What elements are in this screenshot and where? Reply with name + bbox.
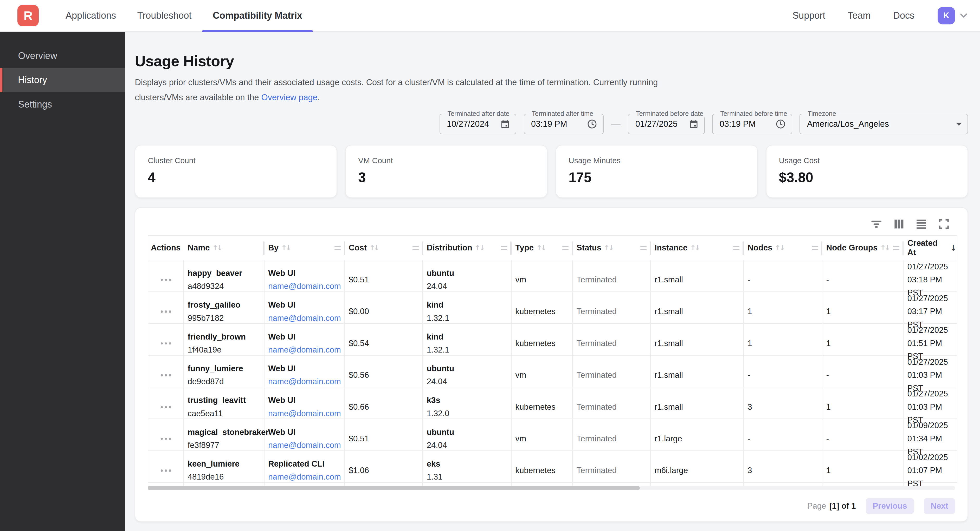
column-header-by[interactable]: By↑↓ xyxy=(264,236,345,260)
tab-applications[interactable]: Applications xyxy=(55,0,127,31)
avatar[interactable]: K xyxy=(938,7,955,24)
column-menu-icon[interactable] xyxy=(812,246,818,250)
cluster-id: 995b7182 xyxy=(188,312,264,325)
clock-icon[interactable] xyxy=(587,119,597,129)
horizontal-scrollbar-thumb[interactable] xyxy=(148,486,640,490)
column-menu-icon[interactable] xyxy=(733,246,740,250)
sort-icon[interactable]: ↑↓ xyxy=(604,244,613,252)
clock-icon[interactable] xyxy=(775,119,786,129)
table-toolbar xyxy=(135,208,967,234)
previous-page-button[interactable]: Previous xyxy=(866,498,914,514)
distribution-name: kind xyxy=(427,298,511,311)
created-by-email-link[interactable]: name@domain.com xyxy=(268,407,344,420)
type-value: kubernetes xyxy=(515,305,573,318)
terminated-after-time-value[interactable]: 03:19 PM xyxy=(531,119,583,129)
column-header-instance[interactable]: Instance↑↓ xyxy=(651,236,744,260)
sort-icon[interactable]: ↑↓ xyxy=(475,244,484,252)
row-actions-button[interactable] xyxy=(157,371,175,380)
column-header-nodes[interactable]: Nodes↑↓ xyxy=(744,236,822,260)
column-menu-icon[interactable] xyxy=(562,246,568,250)
column-menu-icon[interactable] xyxy=(893,246,899,250)
column-header-created-at[interactable]: Created At↓ xyxy=(904,236,956,260)
table-row[interactable]: friendly_brown 1f40a19e Web UI name@doma… xyxy=(148,324,957,355)
column-menu-icon[interactable] xyxy=(412,246,419,250)
tab-compatibility-matrix[interactable]: Compatibility Matrix xyxy=(202,0,313,31)
created-by-email-link[interactable]: name@domain.com xyxy=(268,471,344,483)
status-badge: Terminated xyxy=(577,401,651,414)
calendar-icon[interactable] xyxy=(689,119,698,129)
row-actions-button[interactable] xyxy=(157,402,175,412)
overview-page-link[interactable]: Overview page xyxy=(261,93,318,102)
row-actions-button[interactable] xyxy=(157,307,175,316)
columns-icon[interactable] xyxy=(892,218,905,230)
created-by-email-link[interactable]: name@domain.com xyxy=(268,439,344,452)
dropdown-caret-icon[interactable] xyxy=(956,123,962,126)
chevron-down-icon[interactable] xyxy=(960,13,967,18)
sort-icon[interactable]: ↑↓ xyxy=(775,244,784,252)
terminated-before-time-field[interactable]: Terminated before time 03:19 PM xyxy=(712,114,792,134)
row-actions-button[interactable] xyxy=(157,339,175,348)
sort-desc-icon[interactable]: ↓ xyxy=(950,243,956,252)
stat-usage-minutes: Usage Minutes 175 xyxy=(555,145,758,198)
column-label: Type xyxy=(515,243,534,252)
type-value: kubernetes xyxy=(515,464,573,477)
team-link[interactable]: Team xyxy=(848,10,871,21)
created-date: 01/02/2025 xyxy=(907,451,957,464)
column-menu-icon[interactable] xyxy=(334,246,341,250)
sort-icon[interactable]: ↑↓ xyxy=(212,244,221,252)
column-header-type[interactable]: Type↑↓ xyxy=(512,236,573,260)
terminated-after-date-value[interactable]: 10/27/2024 xyxy=(447,119,496,129)
created-by-email-link[interactable]: name@domain.com xyxy=(268,280,344,293)
fullscreen-icon[interactable] xyxy=(938,218,950,230)
horizontal-scrollbar-track[interactable] xyxy=(148,486,955,490)
table-row[interactable]: happy_beaver a48d9324 Web UI name@domain… xyxy=(148,260,957,292)
column-header-status[interactable]: Status↑↓ xyxy=(573,236,651,260)
sidebar-item-overview[interactable]: Overview xyxy=(0,44,125,68)
column-header-cost[interactable]: Cost↑↓ xyxy=(345,236,423,260)
created-by-email-link[interactable]: name@domain.com xyxy=(268,312,344,325)
sort-icon[interactable]: ↑↓ xyxy=(690,244,699,252)
timezone-select[interactable]: Timezone America/Los_Angeles xyxy=(800,114,968,134)
created-by-email-link[interactable]: name@domain.com xyxy=(268,375,344,388)
status-badge: Terminated xyxy=(577,305,651,318)
terminated-before-date-field[interactable]: Terminated before date 01/27/2025 xyxy=(628,114,705,134)
column-header-actions: Actions xyxy=(148,236,184,260)
docs-link[interactable]: Docs xyxy=(893,10,915,21)
column-menu-icon[interactable] xyxy=(501,246,507,250)
row-actions-button[interactable] xyxy=(157,434,175,444)
cluster-id: a48d9324 xyxy=(188,280,264,293)
timezone-value[interactable]: America/Los_Angeles xyxy=(807,119,952,129)
sort-icon[interactable]: ↑↓ xyxy=(536,244,546,252)
support-link[interactable]: Support xyxy=(792,10,825,21)
column-header-node-groups[interactable]: Node Groups↑↓ xyxy=(822,236,904,260)
table-row[interactable]: keen_lumiere 4819de16 Replicated CLI nam… xyxy=(148,451,957,483)
table-row[interactable]: magical_stonebraker fe3f8977 Web UI name… xyxy=(148,419,957,451)
distribution-version: 24.04 xyxy=(427,280,511,293)
column-header-distribution[interactable]: Distribution↑↓ xyxy=(423,236,512,260)
terminated-before-time-value[interactable]: 03:19 PM xyxy=(720,119,772,129)
cell-actions xyxy=(148,451,184,490)
table-row[interactable]: funny_lumiere de9ed87d Web UI name@domai… xyxy=(148,356,957,387)
density-icon[interactable] xyxy=(915,218,928,230)
table-row[interactable]: frosty_galileo 995b7182 Web UI name@doma… xyxy=(148,292,957,324)
row-actions-button[interactable] xyxy=(157,466,175,476)
filter-icon[interactable] xyxy=(870,218,883,230)
terminated-before-date-value[interactable]: 01/27/2025 xyxy=(635,119,685,129)
sort-icon[interactable]: ↑↓ xyxy=(369,244,379,252)
terminated-after-date-field[interactable]: Terminated after date 10/27/2024 xyxy=(439,114,516,134)
terminated-after-time-field[interactable]: Terminated after time 03:19 PM xyxy=(524,114,604,134)
page-value: [1] of 1 xyxy=(829,501,856,511)
table-row[interactable]: trusting_leavitt cae5ea11 Web UI name@do… xyxy=(148,387,957,419)
sidebar-item-history[interactable]: History xyxy=(0,68,125,92)
sort-icon[interactable]: ↑↓ xyxy=(281,244,290,252)
sidebar-item-settings[interactable]: Settings xyxy=(0,92,125,117)
column-header-name[interactable]: Name↑↓ xyxy=(184,236,264,260)
next-page-button[interactable]: Next xyxy=(924,498,955,514)
sort-icon[interactable]: ↑↓ xyxy=(880,244,889,252)
created-by-email-link[interactable]: name@domain.com xyxy=(268,344,344,357)
column-menu-icon[interactable] xyxy=(640,246,647,250)
calendar-icon[interactable] xyxy=(500,119,510,129)
tab-troubleshoot[interactable]: Troubleshoot xyxy=(127,0,202,31)
stat-usage-cost: Usage Cost $3.80 xyxy=(766,145,968,198)
row-actions-button[interactable] xyxy=(157,275,175,285)
